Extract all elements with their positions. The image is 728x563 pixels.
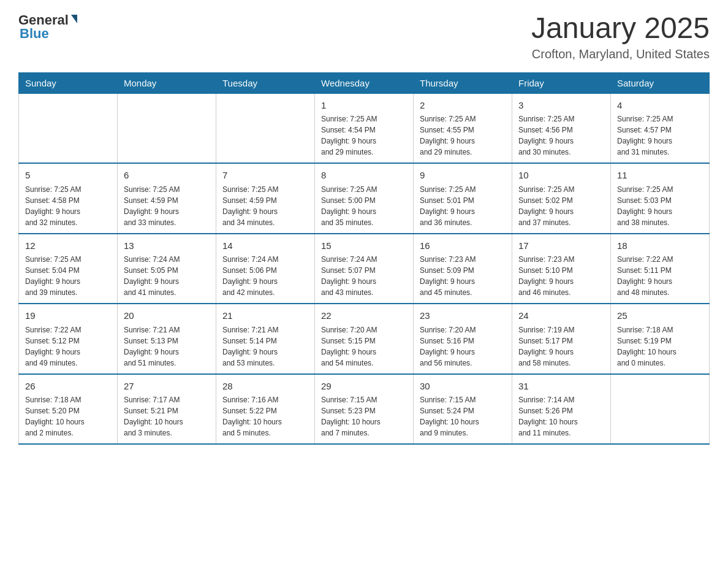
day-number: 7 <box>222 169 308 183</box>
day-number: 16 <box>420 239 506 253</box>
calendar-cell: 15Sunrise: 7:24 AM Sunset: 5:07 PM Dayli… <box>315 234 414 304</box>
calendar-cell: 5Sunrise: 7:25 AM Sunset: 4:58 PM Daylig… <box>19 163 118 234</box>
day-info: Sunrise: 7:21 AM Sunset: 5:13 PM Dayligh… <box>124 324 210 369</box>
header-day-wednesday: Wednesday <box>315 72 414 93</box>
calendar-cell: 25Sunrise: 7:18 AM Sunset: 5:19 PM Dayli… <box>611 304 710 374</box>
day-number: 23 <box>420 309 506 323</box>
calendar-cell: 29Sunrise: 7:15 AM Sunset: 5:23 PM Dayli… <box>315 374 414 445</box>
calendar-cell: 6Sunrise: 7:25 AM Sunset: 4:59 PM Daylig… <box>118 163 216 234</box>
day-info: Sunrise: 7:23 AM Sunset: 5:09 PM Dayligh… <box>420 254 506 298</box>
month-title: January 2025 <box>531 12 710 45</box>
calendar-body: 1Sunrise: 7:25 AM Sunset: 4:54 PM Daylig… <box>19 93 710 444</box>
calendar-cell: 7Sunrise: 7:25 AM Sunset: 4:59 PM Daylig… <box>216 163 315 234</box>
header-day-thursday: Thursday <box>414 72 512 93</box>
day-number: 28 <box>222 380 308 394</box>
day-info: Sunrise: 7:23 AM Sunset: 5:10 PM Dayligh… <box>518 254 604 298</box>
day-number: 13 <box>124 239 210 253</box>
day-number: 29 <box>321 380 407 394</box>
day-info: Sunrise: 7:25 AM Sunset: 4:59 PM Dayligh… <box>124 184 210 228</box>
calendar-cell: 22Sunrise: 7:20 AM Sunset: 5:15 PM Dayli… <box>315 304 414 374</box>
day-number: 22 <box>321 309 407 323</box>
logo-blue: Blue <box>18 26 49 42</box>
calendar-cell: 14Sunrise: 7:24 AM Sunset: 5:06 PM Dayli… <box>216 234 315 304</box>
day-number: 24 <box>518 309 604 323</box>
header-day-saturday: Saturday <box>611 72 710 93</box>
logo: General Blue <box>18 12 77 42</box>
day-number: 18 <box>617 239 703 253</box>
day-number: 31 <box>518 380 604 394</box>
day-info: Sunrise: 7:15 AM Sunset: 5:24 PM Dayligh… <box>420 394 506 439</box>
calendar-cell: 31Sunrise: 7:14 AM Sunset: 5:26 PM Dayli… <box>512 374 611 445</box>
location: Crofton, Maryland, United States <box>531 47 710 61</box>
day-number: 8 <box>321 169 407 183</box>
day-number: 12 <box>25 239 111 253</box>
day-info: Sunrise: 7:25 AM Sunset: 4:59 PM Dayligh… <box>222 184 308 228</box>
header-day-sunday: Sunday <box>19 72 118 93</box>
logo-arrow-icon <box>71 15 77 23</box>
day-info: Sunrise: 7:25 AM Sunset: 5:00 PM Dayligh… <box>321 184 407 228</box>
day-number: 2 <box>420 99 506 113</box>
day-info: Sunrise: 7:22 AM Sunset: 5:12 PM Dayligh… <box>25 324 111 369</box>
day-info: Sunrise: 7:25 AM Sunset: 5:03 PM Dayligh… <box>617 184 703 228</box>
day-info: Sunrise: 7:15 AM Sunset: 5:23 PM Dayligh… <box>321 394 407 439</box>
page-header: General Blue January 2025 Crofton, Maryl… <box>18 12 710 61</box>
day-number: 30 <box>420 380 506 394</box>
calendar-cell: 30Sunrise: 7:15 AM Sunset: 5:24 PM Dayli… <box>414 374 512 445</box>
calendar-cell: 18Sunrise: 7:22 AM Sunset: 5:11 PM Dayli… <box>611 234 710 304</box>
calendar-cell: 19Sunrise: 7:22 AM Sunset: 5:12 PM Dayli… <box>19 304 118 374</box>
day-number: 21 <box>222 309 308 323</box>
calendar-cell: 2Sunrise: 7:25 AM Sunset: 4:55 PM Daylig… <box>414 93 512 163</box>
week-row-0: 1Sunrise: 7:25 AM Sunset: 4:54 PM Daylig… <box>19 93 710 163</box>
header-day-friday: Friday <box>512 72 611 93</box>
day-info: Sunrise: 7:25 AM Sunset: 5:02 PM Dayligh… <box>518 184 604 228</box>
day-info: Sunrise: 7:19 AM Sunset: 5:17 PM Dayligh… <box>518 324 604 369</box>
day-number: 15 <box>321 239 407 253</box>
calendar-cell: 3Sunrise: 7:25 AM Sunset: 4:56 PM Daylig… <box>512 93 611 163</box>
calendar-cell: 8Sunrise: 7:25 AM Sunset: 5:00 PM Daylig… <box>315 163 414 234</box>
calendar-cell: 17Sunrise: 7:23 AM Sunset: 5:10 PM Dayli… <box>512 234 611 304</box>
day-info: Sunrise: 7:25 AM Sunset: 4:58 PM Dayligh… <box>25 184 111 228</box>
day-number: 17 <box>518 239 604 253</box>
day-number: 25 <box>617 309 703 323</box>
day-number: 27 <box>124 380 210 394</box>
day-number: 6 <box>124 169 210 183</box>
header-row: SundayMondayTuesdayWednesdayThursdayFrid… <box>19 72 710 93</box>
calendar-cell: 16Sunrise: 7:23 AM Sunset: 5:09 PM Dayli… <box>414 234 512 304</box>
calendar-cell: 21Sunrise: 7:21 AM Sunset: 5:14 PM Dayli… <box>216 304 315 374</box>
calendar-cell: 20Sunrise: 7:21 AM Sunset: 5:13 PM Dayli… <box>118 304 216 374</box>
title-section: January 2025 Crofton, Maryland, United S… <box>531 12 710 61</box>
calendar-header: SundayMondayTuesdayWednesdayThursdayFrid… <box>19 72 710 93</box>
week-row-3: 19Sunrise: 7:22 AM Sunset: 5:12 PM Dayli… <box>19 304 710 374</box>
day-info: Sunrise: 7:18 AM Sunset: 5:19 PM Dayligh… <box>617 324 703 369</box>
day-number: 20 <box>124 309 210 323</box>
day-info: Sunrise: 7:18 AM Sunset: 5:20 PM Dayligh… <box>25 394 111 439</box>
day-number: 4 <box>617 99 703 113</box>
day-info: Sunrise: 7:25 AM Sunset: 5:01 PM Dayligh… <box>420 184 506 228</box>
day-info: Sunrise: 7:24 AM Sunset: 5:05 PM Dayligh… <box>124 254 210 298</box>
day-number: 1 <box>321 99 407 113</box>
day-info: Sunrise: 7:14 AM Sunset: 5:26 PM Dayligh… <box>518 394 604 439</box>
day-info: Sunrise: 7:16 AM Sunset: 5:22 PM Dayligh… <box>222 394 308 439</box>
calendar-table: SundayMondayTuesdayWednesdayThursdayFrid… <box>18 72 710 445</box>
day-info: Sunrise: 7:25 AM Sunset: 4:54 PM Dayligh… <box>321 113 407 158</box>
day-number: 3 <box>518 99 604 113</box>
calendar-cell: 13Sunrise: 7:24 AM Sunset: 5:05 PM Dayli… <box>118 234 216 304</box>
day-number: 9 <box>420 169 506 183</box>
day-number: 5 <box>25 169 111 183</box>
calendar-cell: 28Sunrise: 7:16 AM Sunset: 5:22 PM Dayli… <box>216 374 315 445</box>
day-info: Sunrise: 7:21 AM Sunset: 5:14 PM Dayligh… <box>222 324 308 369</box>
calendar-cell: 1Sunrise: 7:25 AM Sunset: 4:54 PM Daylig… <box>315 93 414 163</box>
week-row-2: 12Sunrise: 7:25 AM Sunset: 5:04 PM Dayli… <box>19 234 710 304</box>
calendar-cell <box>611 374 710 445</box>
week-row-1: 5Sunrise: 7:25 AM Sunset: 4:58 PM Daylig… <box>19 163 710 234</box>
day-number: 19 <box>25 309 111 323</box>
day-info: Sunrise: 7:24 AM Sunset: 5:07 PM Dayligh… <box>321 254 407 298</box>
day-info: Sunrise: 7:20 AM Sunset: 5:15 PM Dayligh… <box>321 324 407 369</box>
day-number: 14 <box>222 239 308 253</box>
day-info: Sunrise: 7:22 AM Sunset: 5:11 PM Dayligh… <box>617 254 703 298</box>
day-number: 26 <box>25 380 111 394</box>
header-day-monday: Monday <box>118 72 216 93</box>
calendar-cell: 4Sunrise: 7:25 AM Sunset: 4:57 PM Daylig… <box>611 93 710 163</box>
calendar-cell: 12Sunrise: 7:25 AM Sunset: 5:04 PM Dayli… <box>19 234 118 304</box>
day-info: Sunrise: 7:25 AM Sunset: 4:55 PM Dayligh… <box>420 113 506 158</box>
